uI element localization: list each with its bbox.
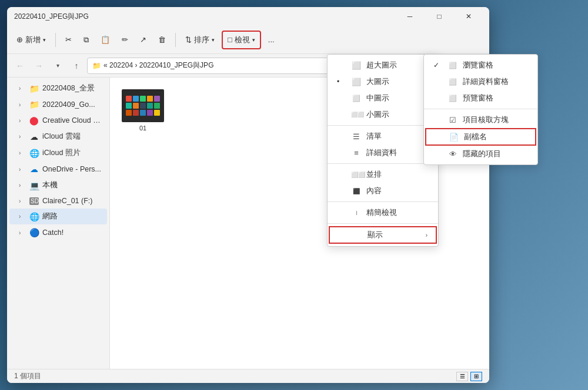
menu-label: 小圖示 [366,109,389,120]
file-item-01[interactable]: 01 [119,87,166,134]
title-bar: 20220410_JPEG與JPG ─ □ ✕ [7,7,489,26]
sidebar-item-label: 20220409_Go... [42,100,102,109]
details-pane-icon: ⬜ [447,78,458,86]
medium-icon: ⬜ [351,95,362,102]
menu-label: 清單 [366,131,382,142]
list-icon: ☰ [351,132,362,141]
more-button[interactable]: ... [263,31,279,49]
view-dropdown: ⬜ 超大圖示 • ⬜ 大圖示 ⬜ 中圖示 ⬜⬜ 小圖示 ☰ 清單 ≡ 詳細資料 … [327,54,439,247]
sidebar-item-label: ClaireC_01 (F:) [42,197,102,205]
menu-label: 隱藏的項目 [463,149,501,159]
chevron-icon: › [19,117,26,124]
sidebar-item-icloud-photos[interactable]: › 🌐 iCloud 照片 [9,145,107,161]
menu-item-details[interactable]: ≡ 詳細資料 [328,144,438,161]
toolbar: ⊕ 新增 ▾ ✂ ⧉ 📋 ✏ ↗ 🗑 ⇅ 排序 ▾ □ 檢視 [7,26,489,54]
menu-item-details-pane[interactable]: ⬜ 詳細資料窗格 [424,73,537,90]
file-ext-icon: 📄 [449,133,459,142]
path-text: « 202204 › 20220410_JPEG與JPG [103,60,213,70]
menu-item-list[interactable]: ☰ 清單 [328,128,438,144]
folder-icon: 📁 [29,84,39,93]
folder-icon: 📁 [29,100,39,109]
up-button[interactable]: ↑ [68,58,85,74]
delete-button[interactable]: 🗑 [153,31,171,49]
sidebar-item-this-pc[interactable]: › 💻 本機 [9,177,107,193]
paste-button[interactable]: 📋 [96,31,115,49]
sidebar-item-label: 網路 [42,211,102,221]
menu-label: 詳細資料窗格 [463,76,509,87]
icloud-photos-icon: 🌐 [29,149,39,158]
sidebar-item-network[interactable]: › 🌐 網路 [9,209,107,224]
menu-item-content[interactable]: ⬛ 內容 [328,183,438,199]
sidebar-item-folder2[interactable]: › 📁 20220409_Go... [9,97,107,112]
menu-label: 瀏覽窗格 [463,60,493,70]
sidebar-item-onedrive[interactable]: › ☁ OneDrive - Pers... [9,162,107,177]
sidebar-item-label: Creative Cloud F... [42,116,102,125]
sidebar-item-icloud[interactable]: › ☁ iCloud 雲端 [9,129,107,144]
menu-label: 超大圖示 [366,60,397,70]
minimize-button[interactable]: ─ [396,7,423,26]
menu-item-large[interactable]: • ⬜ 大圖示 [328,73,438,90]
title-bar-text: 20220410_JPEG與JPG [14,12,89,22]
menu-item-extra-large[interactable]: ⬜ 超大圖示 [328,57,438,73]
view-button[interactable]: □ 檢視 ▾ [222,31,261,49]
maximize-button[interactable]: □ [426,7,453,26]
menu-label: 副檔名 [464,132,487,142]
menu-item-small[interactable]: ⬜⬜ 小圖示 [328,106,438,123]
back-button[interactable]: ← [12,58,28,74]
chevron-icon: › [19,150,26,156]
sidebar-item-sd-card[interactable]: › SD ClaireC_01 (F:) [9,194,107,208]
title-bar-controls: ─ □ ✕ [396,7,482,26]
copy-button[interactable]: ⧉ [79,31,93,49]
sidebar-item-catch[interactable]: › 🔵 Catch! [9,225,107,240]
path-folder-icon: 📁 [92,62,101,70]
hidden-icon: 👁 [447,150,458,159]
check-icon: ✓ [433,61,443,69]
extra-large-icon: ⬜ [351,61,362,70]
sidebar-item-label: 本機 [42,180,102,190]
new-button[interactable]: ⊕ 新增 ▾ [12,31,51,49]
menu-label: 中圖示 [366,93,389,103]
menu-item-item-checkboxes[interactable]: ☑ 項目核取方塊 [424,112,537,128]
large-icon: ⬜ [351,78,362,86]
menu-item-medium[interactable]: ⬜ 中圖示 [328,90,438,106]
menu-divider-4 [328,223,438,224]
menu-label: 項目核取方塊 [463,115,509,125]
file-name: 01 [139,125,146,132]
sort-button[interactable]: ⇅ 排序 ▾ [181,31,219,49]
menu-item-file-extensions[interactable]: 📄 副檔名 [425,128,536,146]
chevron-down-icon: ▾ [43,37,46,43]
chevron-icon: › [19,230,26,236]
preview-pane-icon: ⬜ [447,62,458,69]
menu-item-preview-pane[interactable]: ✓ ⬜ 瀏覽窗格 [424,57,537,73]
catch-icon: 🔵 [29,228,39,237]
menu-item-compact[interactable]: ⁞ 精簡檢視 [328,204,438,221]
menu-item-tiles[interactable]: ⬜⬜ 並排 [328,166,438,183]
chevron-down-icon-2: ▾ [212,37,215,43]
preview-pane2-icon: ⬜ [447,95,458,102]
rename-icon: ✏ [122,35,128,44]
checkboxes-icon: ☑ [447,116,458,125]
item-count: 1 個項目 [14,371,41,381]
small-icon: ⬜⬜ [351,112,362,117]
compact-icon: ⁞ [351,210,362,216]
sidebar-item-label: OneDrive - Pers... [42,165,102,173]
thumbnail-view-button[interactable]: ⊞ [470,372,482,381]
sidebar-item-creative-cloud[interactable]: › ⬤ Creative Cloud F... [9,113,107,128]
dropdown-button[interactable]: ▾ [49,58,66,74]
menu-item-hidden-items[interactable]: 👁 隱藏的項目 [424,146,537,162]
chevron-icon: › [19,213,26,220]
chevron-icon: › [19,166,26,173]
share-button[interactable]: ↗ [135,31,151,49]
close-button[interactable]: ✕ [455,7,482,26]
menu-item-show[interactable]: 顯示 › [329,226,437,244]
chevron-icon: › [19,182,26,189]
rename-button[interactable]: ✏ [117,31,133,49]
check-icon: • [337,78,346,86]
menu-item-preview-pane2[interactable]: ⬜ 預覽窗格 [424,90,537,106]
cut-button[interactable]: ✂ [61,31,76,49]
sidebar-item-folder1[interactable]: › 📁 20220408_全景 [9,80,107,96]
menu-divider-2 [328,163,438,164]
forward-button[interactable]: → [31,58,47,74]
menu-label: 精簡檢視 [366,207,397,218]
list-view-button[interactable]: ☰ [456,372,468,381]
